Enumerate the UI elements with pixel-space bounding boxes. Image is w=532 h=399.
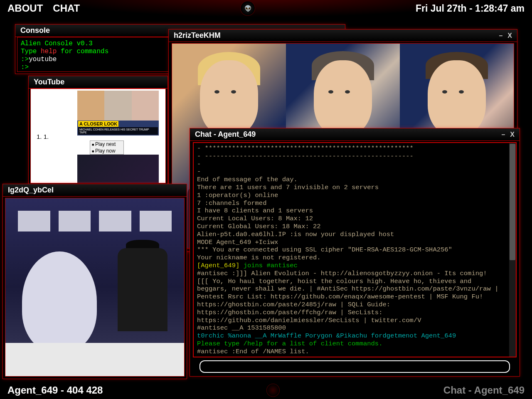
video-titlebar[interactable]: h2rizTeeKHM – X (169, 30, 517, 42)
thumbnail-caption: MICHAEL COHEN RELEASES HIS SECRET TRUMP … (78, 127, 158, 135)
chat-line: - (197, 168, 506, 176)
youtube-titlebar[interactable]: YouTube (29, 76, 167, 89)
chat-line: [[[ Yo, Ho haul together, hoist the colo… (197, 278, 506, 325)
chat-input-wrap[interactable] (200, 360, 510, 373)
chat-title: Chat - Agent_649 (195, 130, 256, 139)
chat-line: #antisec :]]] Alien Evolution - http://a… (197, 270, 506, 278)
about-link[interactable]: ABOUT (7, 2, 43, 14)
chat-line: 1 :operator(s) online (197, 192, 506, 200)
chat-line: - (197, 160, 506, 168)
person-figure (118, 248, 167, 331)
chat-line: #antisec __A 1531585800 (197, 324, 506, 332)
chat-line: End of message of the day. (197, 176, 506, 184)
puppet-figure (22, 251, 97, 351)
small-video-titlebar[interactable]: Ig2dQ_ybCeI (3, 184, 187, 197)
console-prompt[interactable]: :> (21, 64, 29, 71)
youtube-list-numbers: 1. 1. (37, 133, 49, 140)
chat-link[interactable]: CHAT (53, 2, 80, 14)
stage-panels (5, 211, 184, 232)
video-title: h2rizTeeKHM (174, 31, 221, 40)
chat-join-text: joins #antisec (239, 262, 298, 269)
chat-line: Your nickname is not registered. (197, 254, 506, 262)
chat-input[interactable] (200, 361, 509, 372)
thumbnail-badge: A CLOSER LOOK (78, 121, 118, 127)
bottom-logo-icon[interactable] (266, 384, 280, 397)
chat-line: Alien-p5t.da0.ea6lhl.IP :is now your dis… (197, 231, 506, 239)
scrollbar-thumb[interactable] (510, 144, 515, 260)
youtube-thumbnail-1[interactable]: A CLOSER LOOK MICHAEL COHEN RELEASES HIS… (77, 91, 159, 135)
chat-line: I have 8 clients and 1 servers (197, 207, 506, 215)
alien-logo-icon[interactable]: 👽 (240, 1, 255, 16)
chat-line: - --------------------------------------… (197, 153, 506, 160)
youtube-window[interactable]: YouTube 1. 1. A CLOSER LOOK MICHAEL COHE… (28, 76, 168, 185)
chat-line: MODE Agent_649 +Iciwx (197, 239, 506, 246)
youtube-context-menu: Play next Play now (90, 140, 124, 155)
chat-names-line: t0rchic %anona __A MrWaffle Porygon &Pik… (197, 332, 506, 340)
bottom-bar: Agent_649 - 404 428 Chat - Agent_649 (0, 382, 532, 399)
play-now-item[interactable]: Play now (90, 148, 123, 154)
status-left: Agent_649 - 404 428 (7, 384, 103, 396)
chat-scrollbar[interactable] (509, 143, 516, 357)
small-video-title: Ig2dQ_ybCeI (8, 186, 54, 195)
small-video-body[interactable] (5, 198, 185, 377)
chat-line: 7 :channels formed (197, 200, 506, 207)
chat-line: [Agent_649] joins #antisec (197, 262, 506, 270)
chat-window[interactable]: Chat - Agent_649 – X - *****************… (190, 128, 520, 377)
youtube-body[interactable]: 1. 1. A CLOSER LOOK MICHAEL COHEN RELEAS… (30, 89, 166, 183)
chat-line: *** You are connected using SSL cipher "… (197, 246, 506, 254)
console-cmd: youtube (29, 56, 57, 63)
small-video-window[interactable]: Ig2dQ_ybCeI (2, 184, 187, 379)
chat-line: #antisec :End of /NAMES list. (197, 348, 506, 356)
chat-line: Current Local Users: 8 Max: 12 (197, 215, 506, 223)
chat-log[interactable]: - **************************************… (194, 143, 509, 357)
chat-join-nick: [Agent_649] (197, 262, 239, 269)
console-line: for commands (57, 48, 108, 55)
console-title: Console (20, 26, 50, 35)
chat-line: Current Global Users: 18 Max: 22 (197, 223, 506, 231)
chat-line: - **************************************… (197, 145, 506, 153)
clock: Fri Jul 27th - 1:28:47 am (416, 3, 525, 14)
youtube-title: YouTube (34, 78, 64, 86)
play-next-item[interactable]: Play next (90, 141, 123, 148)
chat-titlebar[interactable]: Chat - Agent_649 – X (190, 128, 520, 141)
close-icon[interactable]: X (510, 131, 515, 138)
chat-help-line: Please type /help for a list of client c… (197, 340, 506, 348)
youtube-thumbnail-2[interactable] (77, 155, 159, 183)
minimize-icon[interactable]: – (499, 32, 502, 39)
chat-body: - **************************************… (193, 142, 517, 357)
console-help: help (41, 48, 57, 55)
minimize-icon[interactable]: – (501, 131, 505, 138)
console-line: Alien Console v0.3 (21, 40, 93, 47)
status-right[interactable]: Chat - Agent_649 (443, 384, 525, 396)
top-bar: ABOUT CHAT 👽 Fri Jul 27th - 1:28:47 am (0, 0, 532, 17)
desk (5, 343, 184, 376)
console-line: Type (21, 48, 41, 55)
chat-line: There are 11 users and 7 invisible on 2 … (197, 184, 506, 192)
console-prompt: :> (21, 56, 29, 63)
close-icon[interactable]: X (507, 32, 512, 39)
